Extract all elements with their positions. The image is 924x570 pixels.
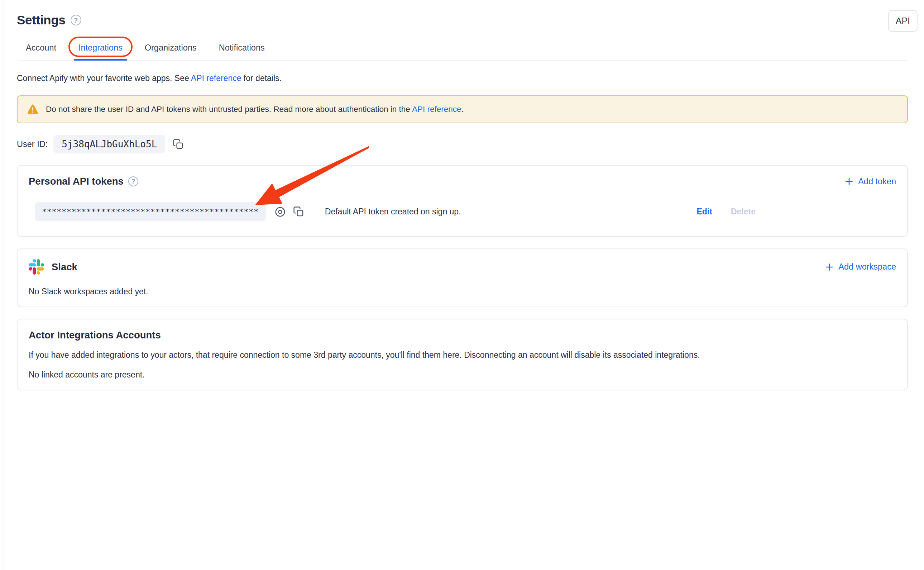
personal-api-tokens-heading: Personal API tokens xyxy=(29,176,124,187)
api-reference-link[interactable]: API reference xyxy=(191,74,241,83)
tab-account[interactable]: Account xyxy=(25,39,57,60)
warning-banner: Do not share the user ID and API tokens … xyxy=(17,95,908,123)
intro-text-before: Connect Apify with your favorite web app… xyxy=(17,74,191,83)
intro-text: Connect Apify with your favorite web app… xyxy=(17,74,908,83)
help-icon[interactable]: ? xyxy=(70,15,81,26)
personal-api-tokens-card: Personal API tokens ? Add token ********… xyxy=(17,165,908,237)
token-description: Default API token created on sign up. xyxy=(325,207,461,216)
copy-user-id-button[interactable] xyxy=(173,139,184,150)
copy-icon xyxy=(173,139,184,150)
token-row: ****************************************… xyxy=(29,202,896,221)
page-title: Settings xyxy=(17,13,66,27)
slack-card: Slack Add workspace No Slack workspaces … xyxy=(17,248,908,307)
slack-heading: Slack xyxy=(52,261,77,273)
slack-title: Slack xyxy=(29,259,77,274)
add-token-button[interactable]: Add token xyxy=(845,177,896,186)
edit-token-button[interactable]: Edit xyxy=(697,207,712,216)
warning-text-after: . xyxy=(461,105,463,113)
add-token-label: Add token xyxy=(858,177,896,186)
add-workspace-label: Add workspace xyxy=(838,262,896,272)
user-id-label: User ID: xyxy=(17,139,48,149)
intro-text-after: for details. xyxy=(241,74,282,83)
warning-text-before: Do not share the user ID and API tokens … xyxy=(46,105,412,113)
view-token-button[interactable] xyxy=(275,206,286,218)
warning-icon xyxy=(27,104,38,114)
plus-icon xyxy=(825,263,834,271)
user-id-value: 5j38qALJbGuXhLo5L xyxy=(53,135,165,153)
eye-icon xyxy=(275,206,286,218)
copy-token-button[interactable] xyxy=(293,206,304,217)
settings-page: API Settings ? Account Integrations Orga… xyxy=(0,0,924,570)
masked-token-value: ****************************************… xyxy=(35,202,266,221)
page-header: Settings ? xyxy=(17,0,908,27)
active-tab-underline xyxy=(74,59,127,61)
personal-api-tokens-title: Personal API tokens ? xyxy=(29,176,138,187)
tab-notifications[interactable]: Notifications xyxy=(218,39,266,60)
add-workspace-button[interactable]: Add workspace xyxy=(825,262,896,272)
slack-logo-icon xyxy=(29,259,44,274)
settings-tabs: Account Integrations Organizations Notif… xyxy=(17,39,908,61)
tab-integrations-label: Integrations xyxy=(78,43,122,52)
delete-token-button[interactable]: Delete xyxy=(731,207,756,216)
warning-text: Do not share the user ID and API tokens … xyxy=(46,105,464,114)
tab-integrations[interactable]: Integrations xyxy=(78,39,123,60)
actor-integrations-description: If you have added integrations to your a… xyxy=(29,350,896,360)
help-icon[interactable]: ? xyxy=(128,176,138,186)
slack-empty-text: No Slack workspaces added yet. xyxy=(29,287,896,296)
copy-icon xyxy=(293,206,304,217)
plus-icon xyxy=(845,177,854,186)
user-id-row: User ID: 5j38qALJbGuXhLo5L xyxy=(17,135,908,153)
actor-integrations-empty-text: No linked accounts are present. xyxy=(29,370,896,380)
warning-api-reference-link[interactable]: API reference xyxy=(412,105,461,113)
tab-organizations[interactable]: Organizations xyxy=(144,39,197,60)
actor-integrations-card: Actor Integrations Accounts If you have … xyxy=(17,319,908,391)
actor-integrations-title: Actor Integrations Accounts xyxy=(29,329,896,341)
